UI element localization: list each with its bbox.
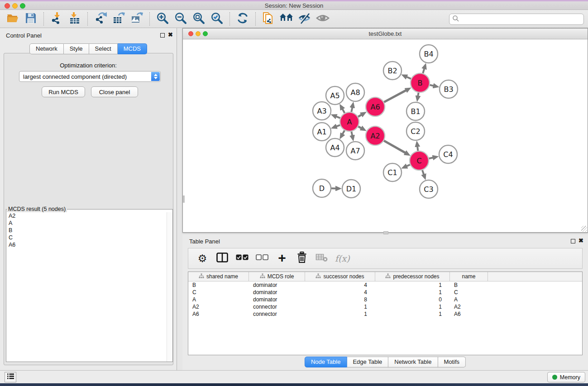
graph-node-A6[interactable]: A6 (366, 97, 385, 116)
toggle-graphics-details-button[interactable] (298, 12, 311, 26)
edge-B-B4[interactable] (423, 69, 424, 73)
column-header-name[interactable]: name (450, 272, 488, 281)
graph-node-C[interactable]: C (410, 151, 429, 170)
delete-table-button[interactable] (315, 251, 329, 266)
edge-B-B2[interactable] (406, 77, 411, 79)
show-hide-panel-button[interactable] (316, 12, 330, 26)
save-session-button[interactable] (24, 12, 38, 26)
edge-A-A3[interactable] (336, 116, 340, 118)
edge-A-A7[interactable] (351, 132, 352, 136)
graph-node-C1[interactable]: C1 (383, 163, 402, 181)
network-horizontal-scrollbar[interactable] (383, 231, 388, 234)
graph-node-B2[interactable]: B2 (383, 62, 402, 80)
criterion-select[interactable]: largest connected component (directed) (19, 71, 161, 82)
edge-A-A6[interactable] (358, 115, 362, 117)
edge-C-C4[interactable] (429, 157, 433, 158)
edge-A6-B[interactable] (384, 91, 406, 102)
graph-node-A2[interactable]: A2 (366, 126, 385, 145)
mcds-list-scrollbar[interactable] (167, 212, 172, 362)
create-column-button[interactable]: + (275, 251, 289, 266)
zoom-out-button[interactable] (174, 12, 187, 26)
close-table-panel-icon[interactable]: ✖ (578, 237, 583, 244)
resize-grip-icon[interactable] (581, 226, 587, 232)
delete-columns-button[interactable] (295, 251, 309, 266)
graph-node-D[interactable]: D (313, 179, 331, 197)
tab-select[interactable]: Select (89, 43, 118, 54)
export-table-button[interactable] (112, 12, 125, 26)
graph-node-D1[interactable]: D1 (342, 180, 360, 198)
export-network-button[interactable] (94, 12, 107, 26)
graph-node-A7[interactable]: A7 (346, 142, 364, 160)
edge-C-C2[interactable] (417, 147, 418, 151)
graph-node-A1[interactable]: A1 (313, 123, 331, 141)
clone-network-button[interactable] (262, 12, 275, 26)
edge-A-A8[interactable] (351, 107, 352, 112)
tab-mcds[interactable]: MCDS (118, 43, 147, 54)
tab-motifs[interactable]: Motifs (438, 357, 466, 367)
zoom-selected-button[interactable] (210, 12, 224, 26)
unselect-all-columns-button[interactable] (255, 251, 269, 266)
graph-node-A4[interactable]: A4 (326, 138, 344, 157)
edge-C-C3[interactable] (422, 170, 424, 175)
task-history-button[interactable] (5, 372, 16, 382)
graph-node-A[interactable]: A (340, 112, 359, 131)
edge-A-A4[interactable] (343, 130, 345, 134)
zoom-in-button[interactable] (156, 12, 169, 26)
tab-network-table[interactable]: Network Table (388, 357, 438, 367)
graph-node-B1[interactable]: B1 (406, 102, 425, 120)
function-builder-button[interactable]: f(x) (335, 251, 350, 266)
graph-node-B3[interactable]: B3 (440, 80, 458, 98)
edge-A2-C[interactable] (384, 141, 405, 153)
network-graph[interactable]: B4B2BB3A8A5A6A3B1AA1C2A2A4A7C4CC1DC3D1 (183, 39, 588, 232)
search-input[interactable] (459, 15, 583, 24)
memory-button[interactable]: Memory (547, 372, 585, 382)
graph-node-B[interactable]: B (411, 73, 430, 92)
search-box[interactable] (449, 14, 584, 25)
network-window-titlebar[interactable]: testGlobe.txt (183, 29, 588, 39)
table-row[interactable]: Bdominator41B (188, 281, 582, 289)
open-session-button[interactable] (6, 12, 19, 26)
edge-A-A2[interactable] (358, 127, 361, 129)
network-vertical-scrollbar[interactable] (183, 195, 185, 203)
select-all-columns-button[interactable] (235, 251, 249, 266)
edge-C-C1[interactable] (406, 165, 410, 166)
mcds-result-list[interactable]: A2ABCA6 (6, 212, 172, 362)
column-header-MCDS-role[interactable]: MCDS role (249, 272, 305, 281)
import-table-button[interactable] (68, 12, 81, 26)
tab-network[interactable]: Network (29, 43, 64, 54)
close-panel-button[interactable]: Close panel (91, 86, 138, 97)
table-row[interactable]: Cdominator41C (188, 289, 582, 296)
edge-A-A1[interactable] (336, 125, 340, 126)
title-bar[interactable]: Session: New Session (0, 1, 588, 10)
graph-node-B4[interactable]: B4 (420, 45, 438, 63)
table-row[interactable]: A6connector11A6 (188, 310, 582, 318)
edge-B-B1[interactable] (418, 93, 418, 96)
table-row[interactable]: A2connector11A2 (188, 303, 582, 310)
graph-node-A3[interactable]: A3 (313, 102, 331, 120)
refresh-view-button[interactable] (236, 12, 249, 26)
table-row[interactable]: Adominator80A (188, 296, 582, 303)
zoom-fit-button[interactable] (192, 12, 206, 26)
graph-node-C3[interactable]: C3 (420, 180, 438, 198)
export-image-button[interactable] (130, 12, 143, 26)
tab-style[interactable]: Style (64, 43, 89, 54)
tab-node-table[interactable]: Node Table (305, 357, 347, 367)
graph-node-C4[interactable]: C4 (439, 145, 457, 163)
graph-node-A8[interactable]: A8 (346, 83, 364, 101)
network-canvas[interactable]: B4B2BB3A8A5A6A3B1AA1C2A2A4A7C4CC1DC3D1 (183, 39, 588, 232)
show-columns-button[interactable] (215, 251, 229, 266)
float-panel-icon[interactable] (160, 33, 165, 38)
column-header-shared-name[interactable]: shared name (188, 272, 249, 281)
graph-node-C2[interactable]: C2 (406, 122, 425, 140)
column-header-predecessor-nodes[interactable]: predecessor nodes (375, 272, 450, 281)
column-header-successor-nodes[interactable]: successor nodes (305, 272, 375, 281)
run-mcds-button[interactable]: Run MCDS (42, 86, 85, 97)
edge-A-A5[interactable] (342, 109, 344, 113)
edge-B-B3[interactable] (430, 85, 433, 86)
close-panel-icon[interactable]: ✖ (168, 31, 173, 38)
import-network-button[interactable] (50, 12, 63, 26)
graph-node-A5[interactable]: A5 (326, 86, 344, 105)
float-table-panel-icon[interactable] (571, 239, 575, 243)
table-settings-button[interactable]: ⚙ (196, 251, 209, 266)
home-layout-button[interactable] (280, 12, 293, 26)
